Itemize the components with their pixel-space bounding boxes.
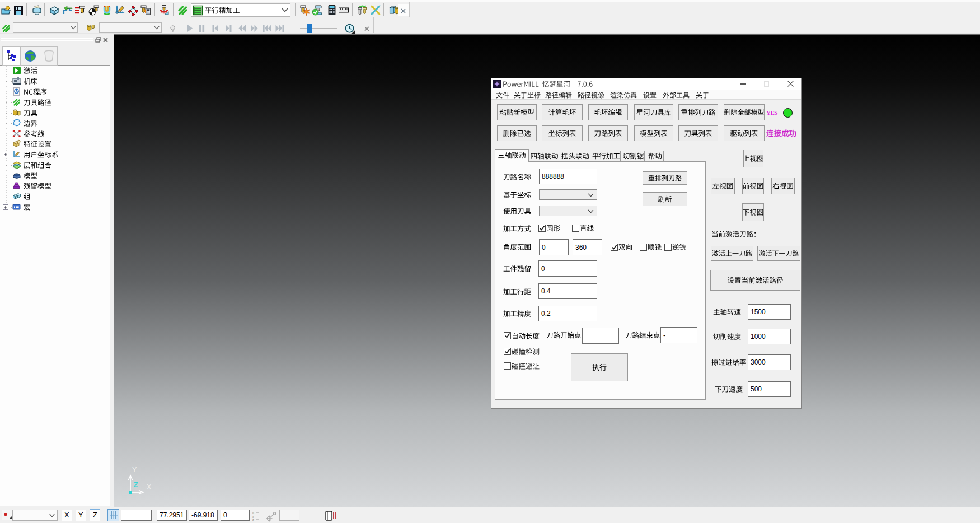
svg-text:Z: Z — [134, 481, 138, 489]
svg-text:z: z — [252, 518, 254, 521]
svg-text:X: X — [147, 483, 152, 491]
svg-text:Y: Y — [132, 466, 137, 474]
